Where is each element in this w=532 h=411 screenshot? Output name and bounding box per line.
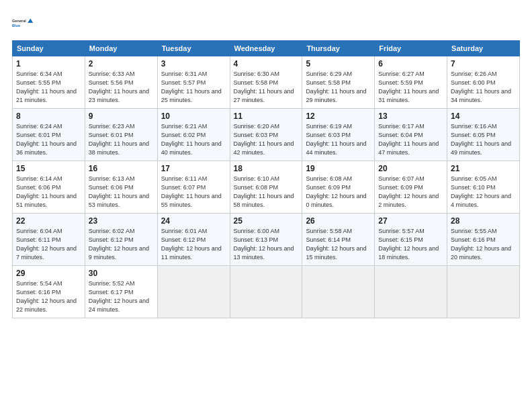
- day-cell: 30Sunrise: 5:52 AMSunset: 6:17 PMDayligh…: [85, 266, 157, 318]
- day-number: 20: [378, 164, 443, 173]
- day-number: 23: [89, 216, 154, 226]
- day-detail: Sunrise: 6:10 AMSunset: 6:08 PMDaylight:…: [234, 175, 299, 210]
- day-number: 11: [234, 111, 299, 121]
- header-cell-wednesday: Wednesday: [230, 41, 302, 56]
- day-detail: Sunrise: 6:07 AMSunset: 6:09 PMDaylight:…: [378, 175, 443, 210]
- day-number: 14: [451, 111, 516, 121]
- day-number: 15: [16, 164, 81, 173]
- header-cell-tuesday: Tuesday: [157, 41, 230, 56]
- day-cell: 1Sunrise: 6:34 AMSunset: 5:55 PMDaylight…: [13, 56, 85, 109]
- week-row-2: 8Sunrise: 6:24 AMSunset: 6:01 PMDaylight…: [13, 109, 520, 161]
- day-cell: 20Sunrise: 6:07 AMSunset: 6:09 PMDayligh…: [375, 161, 447, 214]
- logo-icon: GeneralBlue: [12, 12, 34, 34]
- day-cell: 19Sunrise: 6:08 AMSunset: 6:09 PMDayligh…: [302, 161, 375, 214]
- day-detail: Sunrise: 6:13 AMSunset: 6:06 PMDaylight:…: [89, 175, 154, 210]
- day-cell: 12Sunrise: 6:19 AMSunset: 6:03 PMDayligh…: [302, 109, 375, 161]
- day-detail: Sunrise: 6:20 AMSunset: 6:03 PMDaylight:…: [234, 122, 299, 157]
- day-number: 17: [161, 164, 226, 173]
- day-detail: Sunrise: 5:54 AMSunset: 6:16 PMDaylight:…: [16, 279, 81, 314]
- day-number: 16: [89, 164, 154, 173]
- day-cell: 11Sunrise: 6:20 AMSunset: 6:03 PMDayligh…: [230, 109, 302, 161]
- day-number: 7: [451, 59, 516, 68]
- day-detail: Sunrise: 6:11 AMSunset: 6:07 PMDaylight:…: [161, 175, 226, 210]
- day-number: 27: [378, 216, 443, 226]
- day-cell: 21Sunrise: 6:05 AMSunset: 6:10 PMDayligh…: [447, 161, 520, 214]
- day-detail: Sunrise: 6:00 AMSunset: 6:13 PMDaylight:…: [234, 227, 299, 262]
- day-number: 2: [89, 59, 154, 68]
- header-cell-sunday: Sunday: [13, 41, 85, 56]
- day-cell: 18Sunrise: 6:10 AMSunset: 6:08 PMDayligh…: [230, 161, 302, 214]
- day-cell: [157, 266, 230, 318]
- day-number: 6: [378, 59, 443, 68]
- day-number: 5: [306, 59, 371, 68]
- day-number: 13: [378, 111, 443, 121]
- calendar-body: 1Sunrise: 6:34 AMSunset: 5:55 PMDaylight…: [13, 56, 520, 318]
- day-number: 30: [89, 269, 154, 278]
- calendar-header: SundayMondayTuesdayWednesdayThursdayFrid…: [13, 41, 520, 56]
- day-number: 9: [89, 111, 154, 121]
- day-detail: Sunrise: 6:33 AMSunset: 5:56 PMDaylight:…: [89, 70, 154, 105]
- day-detail: Sunrise: 5:57 AMSunset: 6:15 PMDaylight:…: [378, 227, 443, 262]
- day-detail: Sunrise: 6:24 AMSunset: 6:01 PMDaylight:…: [16, 122, 81, 157]
- day-number: 19: [306, 164, 371, 173]
- day-cell: 4Sunrise: 6:30 AMSunset: 5:58 PMDaylight…: [230, 56, 302, 109]
- day-number: 24: [161, 216, 226, 226]
- day-cell: 3Sunrise: 6:31 AMSunset: 5:57 PMDaylight…: [157, 56, 230, 109]
- day-number: 4: [234, 59, 299, 68]
- day-cell: [447, 266, 520, 318]
- day-cell: 7Sunrise: 6:26 AMSunset: 6:00 PMDaylight…: [447, 56, 520, 109]
- day-cell: 25Sunrise: 6:00 AMSunset: 6:13 PMDayligh…: [230, 214, 302, 266]
- header-cell-friday: Friday: [375, 41, 447, 56]
- day-cell: [230, 266, 302, 318]
- week-row-1: 1Sunrise: 6:34 AMSunset: 5:55 PMDaylight…: [13, 56, 520, 109]
- day-detail: Sunrise: 6:19 AMSunset: 6:03 PMDaylight:…: [306, 122, 371, 157]
- day-number: 3: [161, 59, 226, 68]
- day-detail: Sunrise: 6:04 AMSunset: 6:11 PMDaylight:…: [16, 227, 81, 262]
- day-detail: Sunrise: 6:16 AMSunset: 6:05 PMDaylight:…: [451, 122, 516, 157]
- day-cell: 14Sunrise: 6:16 AMSunset: 6:05 PMDayligh…: [447, 109, 520, 161]
- day-cell: 13Sunrise: 6:17 AMSunset: 6:04 PMDayligh…: [375, 109, 447, 161]
- day-detail: Sunrise: 6:29 AMSunset: 5:58 PMDaylight:…: [306, 70, 371, 105]
- day-detail: Sunrise: 6:14 AMSunset: 6:06 PMDaylight:…: [16, 175, 81, 210]
- day-detail: Sunrise: 6:21 AMSunset: 6:02 PMDaylight:…: [161, 122, 226, 157]
- day-detail: Sunrise: 6:27 AMSunset: 5:59 PMDaylight:…: [378, 70, 443, 105]
- day-cell: 22Sunrise: 6:04 AMSunset: 6:11 PMDayligh…: [13, 214, 85, 266]
- svg-marker-2: [28, 19, 33, 23]
- header-cell-saturday: Saturday: [447, 41, 520, 56]
- day-cell: [302, 266, 375, 318]
- day-cell: 23Sunrise: 6:02 AMSunset: 6:12 PMDayligh…: [85, 214, 157, 266]
- week-row-4: 22Sunrise: 6:04 AMSunset: 6:11 PMDayligh…: [13, 214, 520, 266]
- day-detail: Sunrise: 5:58 AMSunset: 6:14 PMDaylight:…: [306, 227, 371, 262]
- day-detail: Sunrise: 6:02 AMSunset: 6:12 PMDaylight:…: [89, 227, 154, 262]
- week-row-3: 15Sunrise: 6:14 AMSunset: 6:06 PMDayligh…: [13, 161, 520, 214]
- day-number: 26: [306, 216, 371, 226]
- day-detail: Sunrise: 6:01 AMSunset: 6:12 PMDaylight:…: [161, 227, 226, 262]
- day-number: 25: [234, 216, 299, 226]
- day-number: 29: [16, 269, 81, 278]
- day-detail: Sunrise: 5:52 AMSunset: 6:17 PMDaylight:…: [89, 279, 154, 314]
- day-detail: Sunrise: 5:55 AMSunset: 6:16 PMDaylight:…: [451, 227, 516, 262]
- day-number: 1: [16, 59, 81, 68]
- day-detail: Sunrise: 6:23 AMSunset: 6:01 PMDaylight:…: [89, 122, 154, 157]
- week-row-5: 29Sunrise: 5:54 AMSunset: 6:16 PMDayligh…: [13, 266, 520, 318]
- logo: GeneralBlue: [12, 12, 34, 34]
- day-number: 18: [234, 164, 299, 173]
- day-detail: Sunrise: 6:34 AMSunset: 5:55 PMDaylight:…: [16, 70, 81, 105]
- day-cell: 8Sunrise: 6:24 AMSunset: 6:01 PMDaylight…: [13, 109, 85, 161]
- day-cell: 6Sunrise: 6:27 AMSunset: 5:59 PMDaylight…: [375, 56, 447, 109]
- header: GeneralBlue: [12, 12, 520, 34]
- day-detail: Sunrise: 6:08 AMSunset: 6:09 PMDaylight:…: [306, 175, 371, 210]
- day-detail: Sunrise: 6:05 AMSunset: 6:10 PMDaylight:…: [451, 175, 516, 210]
- header-cell-monday: Monday: [85, 41, 157, 56]
- day-cell: [375, 266, 447, 318]
- day-detail: Sunrise: 6:30 AMSunset: 5:58 PMDaylight:…: [234, 70, 299, 105]
- day-cell: 16Sunrise: 6:13 AMSunset: 6:06 PMDayligh…: [85, 161, 157, 214]
- day-cell: 5Sunrise: 6:29 AMSunset: 5:58 PMDaylight…: [302, 56, 375, 109]
- day-cell: 17Sunrise: 6:11 AMSunset: 6:07 PMDayligh…: [157, 161, 230, 214]
- page: GeneralBlue SundayMondayTuesdayWednesday…: [0, 0, 532, 325]
- day-number: 8: [16, 111, 81, 121]
- day-cell: 24Sunrise: 6:01 AMSunset: 6:12 PMDayligh…: [157, 214, 230, 266]
- calendar-table: SundayMondayTuesdayWednesdayThursdayFrid…: [12, 40, 520, 318]
- day-cell: 26Sunrise: 5:58 AMSunset: 6:14 PMDayligh…: [302, 214, 375, 266]
- day-number: 28: [451, 216, 516, 226]
